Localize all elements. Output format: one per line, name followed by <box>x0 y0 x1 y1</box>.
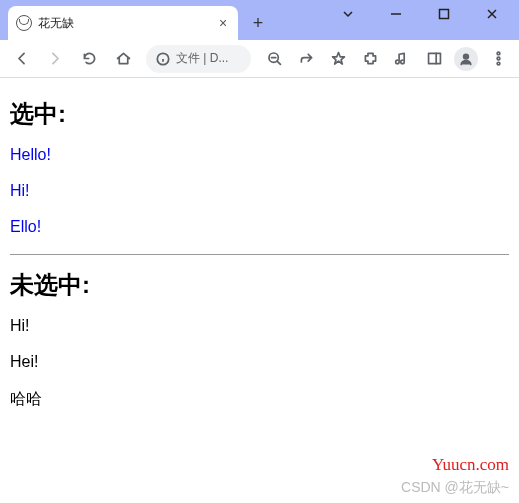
close-window-button[interactable] <box>477 2 507 26</box>
list-item: Ello! <box>10 218 509 236</box>
maximize-button[interactable] <box>429 2 459 26</box>
svg-point-4 <box>464 54 469 59</box>
selected-heading: 选中: <box>10 98 509 130</box>
browser-tab[interactable]: 花无缺 × <box>8 6 238 40</box>
dropdown-icon[interactable] <box>333 2 363 26</box>
address-bar[interactable]: 文件 | D... <box>146 45 251 73</box>
globe-icon <box>16 15 32 31</box>
page-content: 选中: Hello! Hi! Ello! 未选中: Hi! Hei! 哈哈 <box>0 78 519 434</box>
menu-button[interactable] <box>483 44 513 74</box>
tab-title: 花无缺 <box>38 15 210 32</box>
back-button[interactable] <box>6 44 36 74</box>
svg-rect-3 <box>428 53 440 63</box>
list-item: 哈哈 <box>10 389 509 410</box>
address-text: 文件 | D... <box>176 50 228 67</box>
divider <box>10 254 509 255</box>
new-tab-button[interactable]: + <box>244 9 272 37</box>
svg-point-5 <box>497 52 500 55</box>
unselected-section: 未选中: Hi! Hei! 哈哈 <box>10 269 509 410</box>
window-controls <box>333 0 519 28</box>
profile-button[interactable] <box>451 44 481 74</box>
selected-section: 选中: Hello! Hi! Ello! <box>10 98 509 236</box>
home-button[interactable] <box>108 44 138 74</box>
watermark-author: CSDN @花无缺~ <box>401 479 509 497</box>
minimize-button[interactable] <box>381 2 411 26</box>
list-item: Hello! <box>10 146 509 164</box>
watermark-site: Yuucn.com <box>432 455 509 475</box>
bookmark-button[interactable] <box>323 44 353 74</box>
extensions-button[interactable] <box>355 44 385 74</box>
reload-button[interactable] <box>74 44 104 74</box>
info-icon <box>156 52 170 66</box>
browser-toolbar: 文件 | D... <box>0 40 519 78</box>
list-item: Hi! <box>10 317 509 335</box>
svg-point-6 <box>497 57 500 60</box>
close-tab-icon[interactable]: × <box>216 16 230 30</box>
window-titlebar: 花无缺 × + <box>0 0 519 40</box>
sidepanel-button[interactable] <box>419 44 449 74</box>
avatar-icon <box>454 47 478 71</box>
media-button[interactable] <box>387 44 417 74</box>
svg-rect-0 <box>440 10 449 19</box>
zoom-button[interactable] <box>259 44 289 74</box>
share-button[interactable] <box>291 44 321 74</box>
svg-point-7 <box>497 62 500 65</box>
list-item: Hi! <box>10 182 509 200</box>
list-item: Hei! <box>10 353 509 371</box>
unselected-heading: 未选中: <box>10 269 509 301</box>
forward-button[interactable] <box>40 44 70 74</box>
